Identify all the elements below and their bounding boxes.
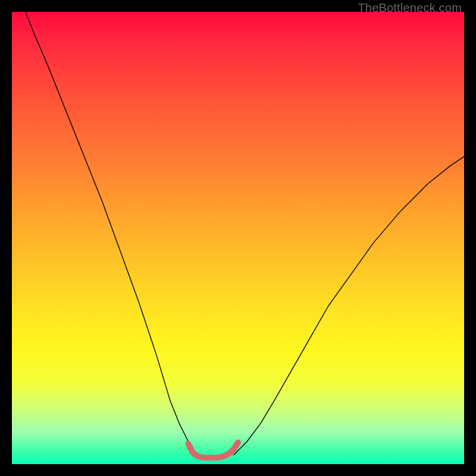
series-floor-highlight <box>188 443 238 458</box>
series-left-curve <box>26 12 198 455</box>
chart-plot-area <box>12 12 464 464</box>
chart-frame: TheBottleneck.com <box>0 0 476 476</box>
series-right-curve <box>233 156 464 455</box>
chart-svg <box>12 12 464 464</box>
